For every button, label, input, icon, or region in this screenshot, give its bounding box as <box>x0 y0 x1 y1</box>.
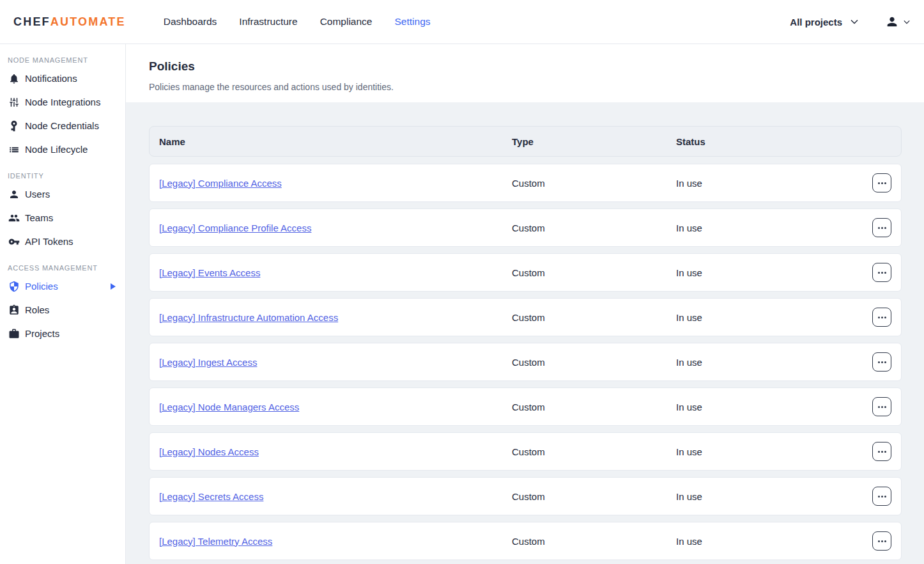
policy-status: In use <box>676 402 702 412</box>
policy-status: In use <box>676 446 702 457</box>
nav-item-compliance[interactable]: Compliance <box>320 16 373 27</box>
projects-filter-label: All projects <box>790 17 842 27</box>
policy-status-cell: In use <box>676 223 872 233</box>
column-header-status: Status <box>676 136 872 147</box>
sidebar-item-roles[interactable]: Roles <box>0 298 125 322</box>
sidebar-section-node-management: NODE MANAGEMENTNotificationsNode Integra… <box>0 56 125 161</box>
nav-item-infrastructure[interactable]: Infrastructure <box>239 16 297 27</box>
sidebar-item-label: Projects <box>25 328 59 339</box>
policy-link[interactable]: [Legacy] Nodes Access <box>159 446 259 457</box>
projects-filter-dropdown[interactable]: All projects <box>790 17 858 27</box>
policy-link[interactable]: [Legacy] Node Managers Access <box>159 402 299 412</box>
sidebar-item-label: Node Integrations <box>25 97 100 107</box>
policy-type: Custom <box>512 357 545 368</box>
policy-type: Custom <box>512 491 545 502</box>
policy-name-cell: [Legacy] Telemetry Access <box>159 536 512 547</box>
key-vertical-icon <box>8 120 20 132</box>
policies-content: NameTypeStatus [Legacy] Compliance Acces… <box>126 102 924 564</box>
row-menu-button[interactable] <box>872 531 891 551</box>
ellipsis-icon <box>878 406 886 408</box>
bell-icon <box>8 73 20 84</box>
table-row: [Legacy] Events AccessCustomIn use <box>149 253 902 292</box>
sidebar-section-access-management: ACCESS MANAGEMENTPoliciesRolesProjects <box>0 264 125 345</box>
policy-name-cell: [Legacy] Secrets Access <box>159 491 512 502</box>
policy-type: Custom <box>512 267 545 278</box>
sidebar-item-notifications[interactable]: Notifications <box>0 67 125 90</box>
table-row: [Legacy] Node Managers AccessCustomIn us… <box>149 388 902 426</box>
ellipsis-icon <box>878 317 886 318</box>
row-menu-button[interactable] <box>872 442 891 461</box>
sidebar-item-node-integrations[interactable]: Node Integrations <box>0 90 125 114</box>
policy-status: In use <box>676 178 702 189</box>
policy-type-cell: Custom <box>512 357 676 368</box>
policy-status: In use <box>676 223 702 233</box>
policy-status: In use <box>676 312 702 323</box>
badge-icon <box>8 304 20 316</box>
header-right-controls: All projects <box>790 15 914 29</box>
sidebar-item-node-credentials[interactable]: Node Credentials <box>0 114 125 137</box>
policy-status-cell: In use <box>676 446 872 457</box>
sidebar-section-identity: IDENTITYUsersTeamsAPI Tokens <box>0 172 125 253</box>
row-menu-button[interactable] <box>872 397 891 416</box>
chevron-down-icon <box>904 20 910 24</box>
sidebar-item-projects[interactable]: Projects <box>0 322 125 345</box>
policy-status-cell: In use <box>676 357 872 368</box>
ellipsis-icon <box>878 227 886 229</box>
table-row: [Legacy] Telemetry AccessCustomIn use <box>149 522 902 560</box>
table-header-row: NameTypeStatus <box>149 126 902 157</box>
table-row: [Legacy] Secrets AccessCustomIn use <box>149 477 902 515</box>
column-header-name: Name <box>159 136 512 147</box>
ellipsis-icon <box>878 182 886 184</box>
policy-type: Custom <box>512 312 545 323</box>
page-header: Policies Policies manage the resources a… <box>126 44 924 102</box>
sidebar-item-api-tokens[interactable]: API Tokens <box>0 230 125 253</box>
policy-status: In use <box>676 536 702 547</box>
policy-status-cell: In use <box>676 402 872 412</box>
table-body: [Legacy] Compliance AccessCustomIn use[L… <box>149 164 902 560</box>
policy-link[interactable]: [Legacy] Compliance Access <box>159 178 282 189</box>
key-icon <box>8 236 20 247</box>
row-menu-button[interactable] <box>872 487 891 506</box>
sidebar-item-node-lifecycle[interactable]: Node Lifecycle <box>0 137 125 161</box>
row-menu-button[interactable] <box>872 218 891 237</box>
policy-link[interactable]: [Legacy] Ingest Access <box>159 357 257 368</box>
row-menu-button[interactable] <box>872 173 891 192</box>
nav-item-dashboards[interactable]: Dashboards <box>164 16 217 27</box>
arrow-right-icon[interactable] <box>107 283 119 290</box>
sidebar-item-label: Notifications <box>25 73 77 84</box>
chevron-down-icon <box>851 19 858 24</box>
policy-link[interactable]: [Legacy] Secrets Access <box>159 491 263 502</box>
policy-link[interactable]: [Legacy] Infrastructure Automation Acces… <box>159 312 338 323</box>
row-menu-button[interactable] <box>872 352 891 372</box>
policy-status-cell: In use <box>676 491 872 502</box>
chef-automate-logo[interactable]: CHEFAUTOMATE <box>13 15 126 29</box>
ellipsis-icon <box>878 361 886 363</box>
sidebar-section-title: NODE MANAGEMENT <box>8 56 125 64</box>
nav-item-settings[interactable]: Settings <box>395 16 431 27</box>
policy-type: Custom <box>512 446 545 457</box>
table-row: [Legacy] Compliance AccessCustomIn use <box>149 164 902 202</box>
row-menu-button[interactable] <box>872 308 891 327</box>
user-avatar-icon <box>885 15 899 29</box>
policy-type-cell: Custom <box>512 402 676 412</box>
sidebar-item-users[interactable]: Users <box>0 182 125 206</box>
policy-status-cell: In use <box>676 178 872 189</box>
logo-automate-text: AUTOMATE <box>50 15 126 29</box>
policy-link[interactable]: [Legacy] Telemetry Access <box>159 536 272 547</box>
sidebar-item-teams[interactable]: Teams <box>0 206 125 230</box>
policy-link[interactable]: [Legacy] Compliance Profile Access <box>159 223 311 233</box>
ellipsis-icon <box>878 272 886 274</box>
sidebar-item-policies[interactable]: Policies <box>0 274 125 298</box>
policy-link[interactable]: [Legacy] Events Access <box>159 267 260 278</box>
row-menu-button[interactable] <box>872 263 891 282</box>
policy-status-cell: In use <box>676 267 872 278</box>
sliders-icon <box>8 97 20 108</box>
policy-type: Custom <box>512 223 545 233</box>
policy-status: In use <box>676 357 702 368</box>
policy-name-cell: [Legacy] Ingest Access <box>159 357 512 368</box>
policy-status: In use <box>676 267 702 278</box>
policy-name-cell: [Legacy] Events Access <box>159 267 512 278</box>
policy-type-cell: Custom <box>512 223 676 233</box>
ellipsis-icon <box>878 451 886 453</box>
user-menu[interactable] <box>885 15 910 29</box>
